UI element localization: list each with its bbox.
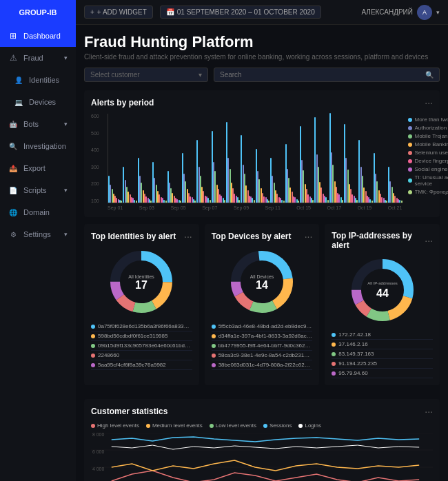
page-subtitle: Client-side fraud and attack prevention …: [84, 53, 440, 61]
sidebar-item-dashboard[interactable]: ⊞ Dashboard: [0, 25, 76, 47]
legend-dot: [263, 424, 267, 428]
bar: [371, 201, 373, 203]
legend-item: Authorization from compromised device: [408, 125, 449, 131]
sidebar-item-bots[interactable]: 🤖 Bots ▾: [0, 113, 76, 135]
stat-dot: [332, 352, 336, 356]
list-item: 0a75f0f628e6d135b6a3f86f66a833a578ae09da: [91, 322, 192, 331]
x-label: Oct 19: [358, 205, 372, 210]
stat-text: bb4779955-f9ff-4e64-bbf7-9d0c3629414a: [218, 342, 313, 349]
bar: [386, 201, 387, 203]
search-input[interactable]: [220, 71, 422, 79]
card-menu-button[interactable]: ···: [425, 235, 433, 246]
sidebar: GROUP-IB ⊞ Dashboard ⚠ Fraud ▾ 👤 Identit…: [0, 0, 76, 481]
sidebar-item-label: Export: [23, 164, 45, 172]
ip-list: 172.27.42.18 37.146.2.16 83.149.37.163 9…: [332, 330, 433, 378]
card-menu-button[interactable]: ···: [184, 231, 192, 242]
x-label: Sep 07: [202, 205, 217, 210]
card-menu-button[interactable]: ···: [305, 231, 313, 242]
card-menu-button[interactable]: ···: [425, 406, 433, 417]
legend-label: Low level events: [216, 422, 256, 429]
svg-text:4 000: 4 000: [92, 467, 104, 471]
x-label: Oct 21: [388, 205, 403, 210]
top-identities-card: Top Identities by alert ··· All Identiti…: [84, 224, 199, 385]
card-header: Customer statistics ···: [91, 406, 433, 417]
stat-dot: [212, 354, 216, 358]
card-title: Top Identities by alert: [91, 232, 176, 241]
sidebar-item-label: Settings: [23, 230, 51, 238]
scripts-icon: 📄: [8, 185, 18, 195]
list-item: 91.194.225.235: [332, 359, 433, 369]
bar: [332, 165, 334, 203]
avatar[interactable]: А: [417, 5, 432, 20]
bar: [214, 171, 216, 203]
legend-item: Medium level events: [146, 422, 203, 429]
identities-icon: 👤: [14, 75, 23, 85]
x-label: Sep 01: [108, 205, 123, 210]
chevron-down-icon: ▾: [64, 187, 68, 194]
card-title: Alerts by period: [91, 98, 154, 108]
stat-text: 95.79.94.60: [338, 370, 367, 376]
svg-text:8 000: 8 000: [92, 433, 104, 437]
card-title: Top Devices by alert: [212, 232, 292, 241]
bar: [399, 200, 400, 203]
date-range[interactable]: 📅 01 SEPTEMBER 2020 – 01 OCTOBER 2020: [160, 6, 321, 19]
bar: [194, 201, 196, 203]
legend-item: More than two consecutive users from one…: [408, 116, 449, 123]
sidebar-item-investigation[interactable]: 🔍 Investigation: [0, 135, 76, 157]
y-label: 400: [91, 147, 106, 152]
sidebar-item-domain[interactable]: 🌐 Domain: [0, 201, 76, 223]
sidebar-item-identities[interactable]: 👤 Identities: [0, 69, 76, 91]
sidebar-item-scripts[interactable]: 📄 Scripts ▾: [0, 179, 76, 201]
devices-list: 5f5cb3ad-46e8-48bd-ad2d-eb8dec932889 d34…: [212, 322, 313, 370]
user-menu-chevron[interactable]: ▾: [436, 9, 440, 16]
add-widget-button[interactable]: + + ADD WIDGET: [84, 6, 153, 19]
stat-text: 83.149.37.163: [338, 351, 374, 357]
bar: [121, 201, 122, 203]
legend-dot: [408, 159, 412, 163]
legend-label: High level events: [97, 422, 139, 429]
chevron-down-icon: ▾: [64, 231, 68, 238]
bar: [145, 196, 147, 203]
stat-text: 91.194.225.235: [338, 360, 377, 367]
page-content: Fraud Hunting Platform Client-side fraud…: [76, 25, 448, 481]
bar: [238, 200, 240, 203]
alerts-by-period-card: Alerts by period ··· 600 500 400 300 200…: [84, 90, 440, 217]
x-label: Sep 11: [265, 205, 281, 210]
bar: [342, 200, 343, 203]
legend-label: Logins: [305, 422, 321, 429]
card-menu-button[interactable]: ···: [425, 97, 433, 108]
legend-dot: [408, 167, 412, 172]
card-header: Top Devices by alert ···: [212, 231, 313, 242]
sidebar-item-devices[interactable]: 💻 Devices: [0, 91, 76, 113]
legend-label: TMK: Фронод 5 нигоритна суперссановнится…: [415, 189, 449, 195]
customer-select[interactable]: Select customer ▾: [84, 68, 208, 82]
topbar-left: + + ADD WIDGET 📅 01 SEPTEMBER 2020 – 01 …: [84, 6, 321, 19]
stat-dot: [212, 325, 216, 329]
legend-item: Device fingerprint spoofing (Sphere, Mul…: [408, 158, 449, 164]
legend-dot: [408, 143, 412, 147]
y-label: 200: [91, 181, 106, 186]
top-devices-card: Top Devices by alert ··· All Devices 14: [205, 224, 320, 385]
donut-chart-devices: All Devices 14: [212, 247, 313, 316]
bar: [314, 117, 316, 203]
sidebar-item-label: Domain: [23, 208, 50, 216]
sidebar-item-settings[interactable]: ⚙ Settings ▾: [0, 223, 76, 245]
chevron-down-icon: ▾: [64, 121, 68, 127]
bar: [263, 196, 265, 203]
search-box[interactable]: 🔍: [214, 68, 440, 82]
list-item: 37.146.2.16: [332, 340, 433, 349]
legend-label: TI: Unusual activity using known high-ri…: [415, 174, 449, 187]
bar: [128, 192, 129, 203]
sidebar-item-label: Bots: [23, 120, 39, 128]
legend-dot: [408, 118, 412, 122]
list-item: 38be083d031c-4d79-808a-2f22c6207b37: [212, 360, 313, 370]
sidebar-item-fraud[interactable]: ⚠ Fraud ▾: [0, 47, 76, 69]
line-chart: 8 000 6 000 4 000 2 000 0: [91, 433, 433, 481]
sidebar-item-export[interactable]: 📤 Export: [0, 157, 76, 179]
y-label: 100: [91, 198, 106, 203]
username-label: АЛЕКСАНДРИЙ: [361, 8, 413, 16]
legend-dot: [298, 424, 303, 428]
top-ip-card: Top IP-addresses by alert ··· All IP-add…: [325, 224, 440, 385]
bar: [136, 201, 137, 203]
legend-label: More than two consecutive users from one…: [415, 116, 449, 123]
